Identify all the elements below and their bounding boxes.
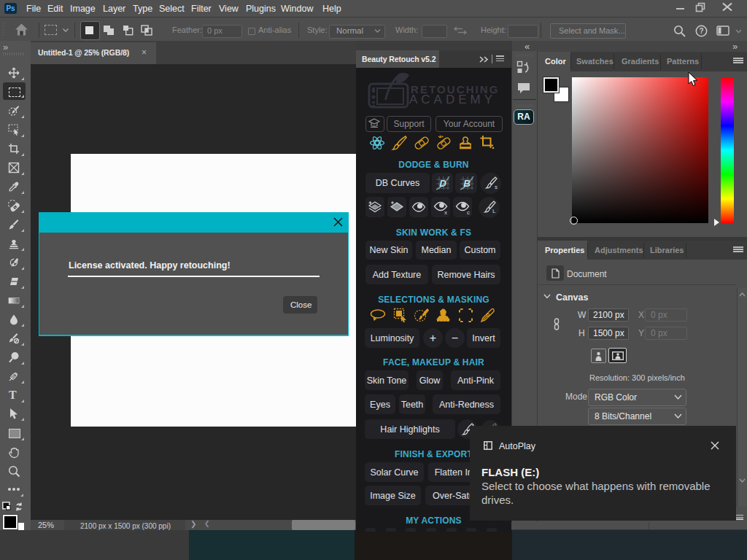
svg-text:?: ? [699, 27, 703, 35]
svg-text:B: B [463, 178, 471, 189]
svg-text:s: s [495, 184, 498, 190]
svg-text:c: c [467, 209, 470, 216]
svg-text:D: D [439, 178, 446, 189]
svg-text:x: x [444, 209, 447, 216]
svg-text:L: L [492, 208, 496, 214]
